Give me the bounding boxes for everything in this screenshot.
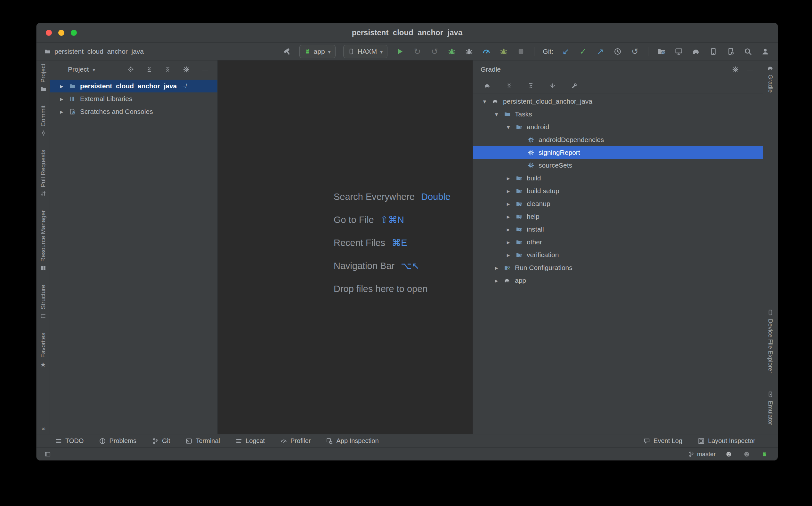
tree-row-scratches[interactable]: Scratches and Consoles bbox=[50, 105, 217, 118]
device-select[interactable]: HAXM bbox=[343, 45, 388, 58]
chevron-right-icon[interactable] bbox=[490, 277, 502, 284]
chevron-right-icon[interactable] bbox=[56, 83, 68, 90]
chevron-right-icon[interactable] bbox=[502, 213, 514, 221]
expand-all-button[interactable] bbox=[144, 65, 154, 74]
stop-button[interactable] bbox=[516, 46, 526, 57]
toolwindow-todo[interactable]: TODO bbox=[55, 437, 83, 444]
tree-row-help[interactable]: help bbox=[473, 210, 763, 223]
git-branch-widget[interactable]: master bbox=[688, 451, 716, 458]
attach-debugger-button[interactable] bbox=[464, 46, 474, 57]
chevron-right-icon[interactable] bbox=[502, 175, 514, 182]
toolwindow-app-inspection[interactable]: App Inspection bbox=[326, 437, 379, 444]
tree-row-build[interactable]: build bbox=[473, 172, 763, 184]
hide-panel-button[interactable] bbox=[200, 65, 210, 74]
tree-row-verification[interactable]: verification bbox=[473, 249, 763, 261]
titlebar[interactable]: persistent_cloud_anchor_java bbox=[37, 23, 778, 43]
collapse-all-button[interactable] bbox=[163, 65, 173, 74]
editor-area[interactable]: Search Everywhere Double Go to File ⇧⌘N … bbox=[218, 61, 473, 434]
tree-row-sourceSets[interactable]: sourceSets bbox=[473, 159, 763, 172]
push-button[interactable] bbox=[596, 46, 605, 57]
expand-all-button[interactable] bbox=[504, 81, 514, 90]
tree-row-project-root[interactable]: persistent_cloud_anchor_java ~/ bbox=[50, 80, 217, 92]
layout-inspector-button[interactable] bbox=[674, 46, 684, 57]
gradle-settings-button[interactable] bbox=[569, 81, 579, 90]
sidebar-item-emulator[interactable]: Emulator bbox=[767, 391, 774, 425]
feedback-sad-button[interactable] bbox=[742, 449, 751, 459]
search-everywhere-button[interactable] bbox=[743, 46, 753, 57]
build-button[interactable] bbox=[282, 46, 292, 57]
chevron-right-icon[interactable] bbox=[56, 108, 68, 115]
apply-code-changes-button[interactable] bbox=[430, 46, 439, 57]
project-structure-button[interactable] bbox=[657, 46, 666, 57]
tree-row-tasks[interactable]: Tasks bbox=[473, 108, 763, 120]
chevron-right-icon[interactable] bbox=[56, 95, 68, 103]
sidebar-item-commit[interactable]: Commit bbox=[40, 105, 47, 136]
toolwindow-toggle-button[interactable] bbox=[43, 449, 53, 459]
toolwindow-git[interactable]: Git bbox=[152, 437, 171, 444]
device-manager-button[interactable] bbox=[708, 46, 718, 57]
toolwindow-event-log[interactable]: Event Log bbox=[643, 437, 682, 444]
sidebar-item-favorites[interactable]: Favorites bbox=[40, 333, 47, 368]
chevron-right-icon[interactable] bbox=[502, 226, 514, 233]
sidebar-item-gradle[interactable]: Gradle bbox=[767, 65, 774, 93]
toolwindow-terminal[interactable]: Terminal bbox=[185, 437, 220, 444]
apply-changes-button[interactable] bbox=[412, 46, 422, 57]
sidebar-item-partial[interactable]: s bbox=[40, 427, 47, 430]
offline-mode-button[interactable] bbox=[548, 81, 557, 90]
rollback-button[interactable] bbox=[630, 46, 640, 57]
chevron-down-icon[interactable] bbox=[92, 66, 95, 73]
hide-panel-button[interactable] bbox=[745, 65, 755, 74]
sidebar-item-pull-requests[interactable]: Pull Requests bbox=[40, 150, 47, 197]
profile-button[interactable] bbox=[482, 46, 491, 57]
tree-row-cleanup[interactable]: cleanup bbox=[473, 197, 763, 210]
chevron-right-icon[interactable] bbox=[502, 200, 514, 207]
chevron-down-icon[interactable] bbox=[479, 98, 490, 105]
minimize-window-button[interactable] bbox=[58, 30, 64, 36]
tree-row-app[interactable]: app bbox=[473, 274, 763, 287]
sidebar-item-project[interactable]: Project bbox=[40, 64, 47, 92]
history-button[interactable] bbox=[613, 46, 622, 57]
toolwindow-profiler[interactable]: Profiler bbox=[280, 437, 311, 444]
profile-avatar[interactable] bbox=[760, 46, 770, 57]
tree-row-androidDependencies[interactable]: androidDependencies bbox=[473, 134, 763, 146]
run-button[interactable] bbox=[395, 46, 405, 57]
chevron-right-icon[interactable] bbox=[502, 251, 514, 259]
sidebar-item-structure[interactable]: Structure bbox=[40, 285, 47, 319]
tree-row-external-libraries[interactable]: External Libraries bbox=[50, 92, 217, 105]
gradle-refresh-button[interactable] bbox=[482, 81, 492, 90]
profiler-attach-button[interactable] bbox=[499, 46, 509, 57]
update-project-button[interactable] bbox=[561, 46, 570, 57]
breadcrumb[interactable]: persistent_cloud_anchor_java bbox=[44, 48, 144, 55]
tree-row-android[interactable]: android bbox=[473, 120, 763, 134]
sidebar-item-device-file-explorer[interactable]: Device File Explorer bbox=[767, 309, 774, 373]
android-status-button[interactable] bbox=[760, 449, 769, 459]
zoom-window-button[interactable] bbox=[71, 30, 77, 36]
tree-row-signingReport[interactable]: signingReport bbox=[473, 146, 763, 159]
debug-button[interactable] bbox=[447, 46, 457, 57]
gradle-sync-button[interactable] bbox=[691, 46, 701, 57]
chevron-down-icon[interactable] bbox=[490, 111, 502, 118]
toolwindow-layout-inspector[interactable]: Layout Inspector bbox=[698, 437, 755, 444]
run-configuration-select[interactable]: app bbox=[299, 45, 336, 58]
tree-row-gradle-root[interactable]: persistent_cloud_anchor_java bbox=[473, 95, 763, 108]
toolwindow-problems[interactable]: Problems bbox=[99, 437, 136, 444]
commit-button[interactable] bbox=[578, 46, 588, 57]
options-button[interactable] bbox=[731, 65, 740, 74]
options-button[interactable] bbox=[182, 65, 191, 74]
feedback-happy-button[interactable] bbox=[724, 449, 734, 459]
tree-row-build-setup[interactable]: build setup bbox=[473, 184, 763, 197]
avd-manager-button[interactable] bbox=[726, 46, 736, 57]
chevron-right-icon[interactable] bbox=[502, 239, 514, 246]
tree-row-install[interactable]: install bbox=[473, 223, 763, 236]
tree-row-other[interactable]: other bbox=[473, 236, 763, 249]
collapse-all-button[interactable] bbox=[526, 81, 536, 90]
project-panel-title[interactable]: Project bbox=[68, 66, 89, 73]
locate-file-button[interactable] bbox=[126, 65, 135, 74]
toolwindow-logcat[interactable]: Logcat bbox=[235, 437, 265, 444]
chevron-right-icon[interactable] bbox=[490, 264, 502, 271]
close-window-button[interactable] bbox=[46, 30, 52, 36]
chevron-right-icon[interactable] bbox=[502, 187, 514, 195]
tree-row-run-configurations[interactable]: Run Configurations bbox=[473, 261, 763, 274]
sidebar-item-resource-manager[interactable]: Resource Manager bbox=[40, 210, 47, 271]
chevron-down-icon[interactable] bbox=[502, 123, 514, 131]
